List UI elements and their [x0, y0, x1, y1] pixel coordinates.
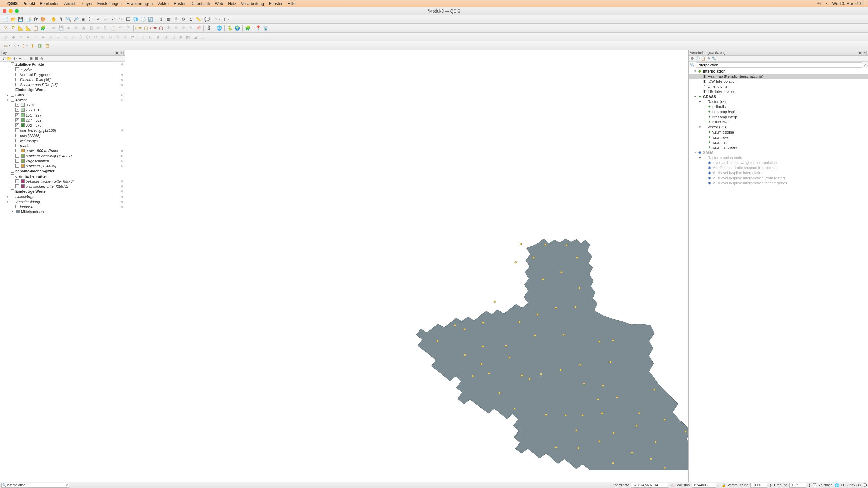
attribute-table-button[interactable]: ▦ [165, 16, 172, 23]
layer-row[interactable]: pois-bereinigt [12138]⊜ [0, 128, 125, 133]
menu-web[interactable]: Web [215, 1, 223, 6]
field-calculator-button[interactable]: 🮘 [173, 16, 179, 23]
menu-vektor[interactable]: Vektor [157, 1, 169, 6]
locator-clear-button[interactable]: ✕ [65, 483, 68, 487]
save-as-button[interactable]: 📑 [25, 16, 32, 23]
rotation-field[interactable]: 0,0 ° [789, 483, 806, 488]
magnifier-field[interactable]: 100% [750, 483, 767, 488]
dig-6[interactable]: ▰ [40, 34, 46, 40]
save-project-button[interactable]: 💾 [17, 16, 24, 23]
menu-hilfe[interactable]: Hilfe [288, 1, 296, 6]
manage-visibility-button[interactable]: 👁 [12, 56, 17, 61]
dig-18[interactable]: ⇄ [129, 34, 136, 40]
layer-row[interactable]: ✓0 - 76 [0, 102, 125, 107]
render-checkbox[interactable]: ✓ [813, 483, 816, 487]
processing-row[interactable]: ≡Liniendichte [689, 84, 868, 89]
layer-row[interactable]: ✓302 - 378 [0, 123, 125, 128]
layer-row[interactable]: pofw - 500 m Puffer⊜ [0, 148, 125, 153]
results-button[interactable]: 📋 [701, 56, 706, 61]
temporal-button[interactable]: 🕒 [140, 16, 146, 23]
menu-layer[interactable]: Layer [82, 1, 93, 6]
extents-icon[interactable]: 🐁 [670, 483, 674, 487]
diagram-button[interactable]: abc [150, 25, 157, 32]
save-edits-button[interactable]: 💾 [58, 25, 64, 32]
app-name[interactable]: QGIS [7, 1, 18, 6]
snap-2[interactable]: ⊟ [147, 34, 154, 40]
layer-row[interactable]: buildings-bereinigt [154637]⊜ [0, 153, 125, 158]
processing-row[interactable]: ▾Vektor (v.*) [689, 124, 868, 129]
undock-panel-button[interactable]: ▣ [115, 51, 119, 55]
layer-row[interactable]: grünflächen-gitter [25871]⊜ [0, 184, 125, 189]
add-group-button[interactable]: 📁 [7, 56, 12, 61]
scale-lock-icon[interactable]: 🔒 [722, 483, 726, 487]
new-temp-layer-button[interactable]: 📋 [32, 25, 39, 32]
layer-row[interactable]: bebaute-flächen-gitter [5570]⊜ [0, 179, 125, 184]
diagram-layer-button[interactable]: ▢ [158, 25, 164, 32]
layer-row[interactable]: ✓151 - 227 [0, 113, 125, 118]
expand-all-button[interactable]: ⊞ [28, 56, 33, 61]
layer-row[interactable]: ▸Gitter⊜ [0, 92, 125, 97]
clear-search-button[interactable]: ✕ [864, 63, 867, 67]
processing-row[interactable]: ✦v.surf.rst [689, 140, 868, 145]
remove-layer-button[interactable]: 🗑 [39, 56, 44, 61]
layer-row[interactable]: Eindeutige Werte⊜ [0, 189, 125, 194]
toggle-editing-button[interactable]: ✏ [50, 25, 57, 32]
control-center-icon[interactable]: ⌥ [824, 1, 829, 6]
new-shapefile-button[interactable]: 📐 [17, 25, 24, 32]
processing-row[interactable]: ◉Multilevel b-spline interpolation [689, 170, 868, 175]
layer-row[interactable]: ✓227 - 302 [0, 118, 125, 123]
rotate-label-button[interactable]: ⟳ [180, 25, 187, 32]
crs-label[interactable]: EPSG:25833 [841, 483, 861, 487]
processing-row[interactable]: ✦r.resamp.bspline [689, 109, 868, 114]
change-label-button[interactable]: ✎ [188, 25, 194, 32]
history-button[interactable]: 🕐 [695, 56, 700, 61]
annotation-button[interactable]: ✎ [213, 16, 219, 23]
layer-row[interactable]: Einzelne Teile [45]⊜ [0, 77, 125, 82]
layer-row[interactable]: ▾Anzahl⊜ [0, 97, 125, 102]
zoom-in-button[interactable]: 🔍 [65, 16, 72, 23]
layer-row[interactable]: bebaute-flächen-gitter [0, 168, 125, 174]
refresh-button[interactable]: 🔄 [147, 16, 154, 23]
model-designer-button[interactable]: ⚙ [690, 56, 695, 61]
deselect-button[interactable]: ▯ [20, 42, 27, 49]
dig-8[interactable]: ▽ [55, 34, 61, 40]
layer-row[interactable]: Voronoi-Polygone⊜ [0, 72, 125, 77]
menu-ansicht[interactable]: Ansicht [64, 1, 77, 6]
snap-8[interactable]: ◪ [192, 34, 199, 40]
layout-button[interactable]: 🗺 [32, 16, 39, 23]
gps-button[interactable]: 📡 [262, 25, 269, 32]
options-button[interactable]: 🔧 [712, 56, 716, 61]
close-panel-button[interactable]: ✕ [120, 51, 124, 55]
menu-erweiterungen[interactable]: Erweiterungen [126, 1, 153, 6]
undock-processing-button[interactable]: ▣ [858, 51, 862, 55]
db-manager-button[interactable]: 🗄 [205, 25, 212, 32]
processing-row[interactable]: ◧IDW-Interpolation [689, 79, 868, 84]
move-label-button[interactable]: ✥ [173, 25, 179, 32]
processing-row[interactable]: ✦v.surf.rst.cvdev [689, 145, 868, 150]
dig-1[interactable]: ◇ [2, 34, 9, 40]
copy-features-button[interactable]: ⎘ [102, 25, 109, 32]
dig-11[interactable]: ⬠ [77, 34, 84, 40]
snap-1[interactable]: ⊞ [140, 34, 146, 40]
add-vector-button[interactable]: V [2, 25, 9, 32]
close-processing-button[interactable]: ✕ [863, 51, 867, 55]
processing-row[interactable]: ◧Heatmap (Kerndichtenschätzung) [689, 74, 868, 79]
new-3d-view-button[interactable]: 🧊 [132, 16, 139, 23]
processing-row[interactable]: ✦r.resamp.interp [689, 114, 868, 119]
processing-row[interactable]: ▾Raster (r.*) [689, 99, 868, 104]
processing-row[interactable]: ◉Multilevel b-spline interpolation (from… [689, 175, 868, 180]
dig-2[interactable]: ◆ [10, 34, 17, 40]
undo-button[interactable]: ↶ [117, 25, 124, 32]
show-labels-button[interactable]: 👁 [165, 25, 172, 32]
dig-10[interactable]: ▷ [70, 34, 76, 40]
measure-button[interactable]: 📏 [195, 16, 202, 23]
pan-to-selection-button[interactable]: ↯ [58, 16, 64, 23]
layer-tree[interactable]: ✓Zufällige Punkte⊜●pofwVoronoi-Polygone⊜… [0, 62, 125, 214]
dig-3[interactable]: ○ [17, 34, 24, 40]
node-tool-button[interactable]: ◉ [80, 25, 87, 32]
rotation-spinner[interactable]: ▲▼ [808, 483, 811, 487]
scale-field[interactable]: 1:244006 [692, 483, 716, 488]
snap-6[interactable]: ▣ [177, 34, 184, 40]
menu-fenster[interactable]: Fenster [269, 1, 283, 6]
close-window-button[interactable] [3, 9, 6, 13]
